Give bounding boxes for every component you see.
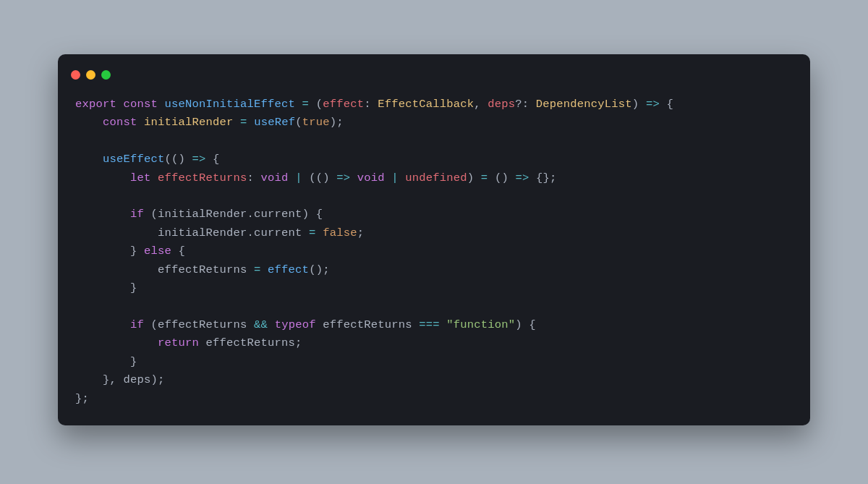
type-undefined: undefined bbox=[405, 171, 467, 184]
var-effect-returns: effectReturns bbox=[158, 318, 247, 331]
keyword-if: if bbox=[130, 318, 144, 331]
param-effect: effect bbox=[323, 98, 364, 111]
string-function: "function" bbox=[446, 318, 515, 331]
keyword-return: return bbox=[158, 336, 199, 349]
type-dependency-list: DependencyList bbox=[536, 98, 632, 111]
window-titlebar bbox=[58, 67, 810, 90]
keyword-if: if bbox=[130, 208, 144, 221]
param-deps: deps bbox=[488, 98, 515, 111]
ref-initial-render: initialRender bbox=[158, 226, 247, 239]
fn-useref: useRef bbox=[254, 116, 295, 129]
var-effect-returns: effectReturns bbox=[158, 263, 247, 276]
literal-true: true bbox=[302, 116, 330, 129]
keyword-export: export bbox=[75, 98, 116, 111]
var-initial-render: initialRender bbox=[144, 116, 234, 129]
keyword-let: let bbox=[130, 171, 151, 184]
close-icon[interactable] bbox=[71, 70, 80, 80]
prop-current: current bbox=[254, 226, 302, 239]
maximize-icon[interactable] bbox=[101, 70, 111, 80]
ref-initial-render: initialRender bbox=[158, 208, 247, 221]
prop-current: current bbox=[254, 208, 302, 221]
var-effect-returns: effectReturns bbox=[323, 318, 412, 331]
type-void: void bbox=[261, 171, 289, 184]
keyword-typeof: typeof bbox=[275, 318, 316, 331]
code-block: export const useNonInitialEffect = (effe… bbox=[58, 90, 810, 408]
keyword-const: const bbox=[124, 98, 158, 111]
fn-useeffect: useEffect bbox=[103, 153, 165, 166]
code-window: export const useNonInitialEffect = (effe… bbox=[58, 54, 810, 425]
minimize-icon[interactable] bbox=[86, 70, 95, 80]
function-name: useNonInitialEffect bbox=[165, 98, 296, 111]
fn-effect-call: effect bbox=[268, 263, 309, 276]
literal-false: false bbox=[323, 226, 357, 239]
type-void: void bbox=[357, 171, 385, 184]
keyword-else: else bbox=[144, 245, 171, 258]
var-effect-returns: effectReturns bbox=[158, 171, 247, 184]
type-effect-callback: EffectCallback bbox=[378, 98, 474, 111]
var-effect-returns: effectReturns bbox=[206, 336, 296, 349]
keyword-const: const bbox=[103, 116, 137, 129]
var-deps: deps bbox=[124, 373, 151, 386]
